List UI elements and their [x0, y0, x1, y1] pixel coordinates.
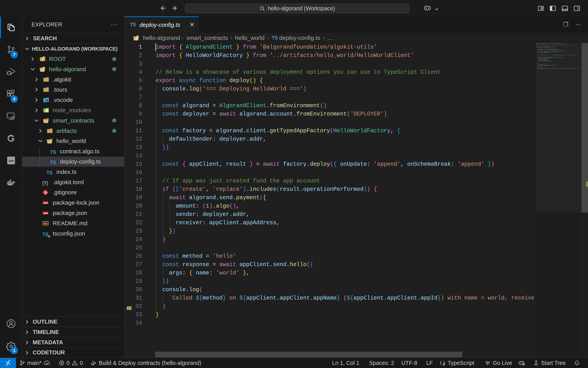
svg-text:.ENV: .ENV: [8, 160, 14, 162]
svg-text:npm: npm: [43, 212, 48, 214]
svg-text:M: M: [44, 222, 46, 225]
svg-text:npm: npm: [43, 202, 48, 204]
svg-text:JS: JS: [46, 110, 48, 112]
